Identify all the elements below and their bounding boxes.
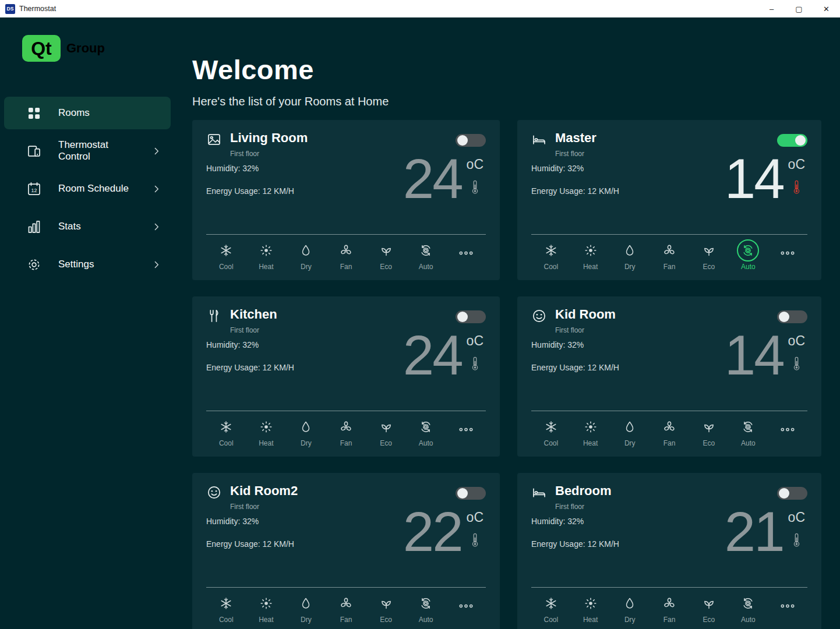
more-options-button[interactable] <box>446 416 486 438</box>
mode-cool-button[interactable]: Cool <box>531 239 571 271</box>
humidity-label: Humidity: 32% <box>206 517 335 526</box>
face-icon <box>531 308 547 324</box>
room-card: Kitchen First floor Humidity: 32% Energy… <box>192 296 500 457</box>
mode-eco-button[interactable]: Eco <box>689 592 729 624</box>
mode-fan-button[interactable]: Fan <box>650 416 689 447</box>
mode-fan-button[interactable]: Fan <box>650 239 689 271</box>
mode-heat-button[interactable]: Heat <box>246 239 287 271</box>
room-floor: First floor <box>230 326 277 334</box>
room-floor: First floor <box>555 326 616 334</box>
heat-icon <box>580 239 602 262</box>
power-toggle[interactable] <box>777 487 807 500</box>
mode-controls: Cool Heat Dry Fan Eco Auto <box>206 411 486 447</box>
mode-eco-button[interactable]: Eco <box>366 592 406 624</box>
close-button[interactable]: ✕ <box>813 0 840 17</box>
mode-dry-button[interactable]: Dry <box>610 592 650 624</box>
more-options-button[interactable] <box>768 239 807 262</box>
app-icon: DS <box>5 4 15 14</box>
auto-icon <box>415 592 437 614</box>
more-options-button[interactable] <box>768 416 807 438</box>
cool-icon <box>540 416 562 438</box>
mode-dry-button[interactable]: Dry <box>286 592 326 624</box>
mode-cool-button[interactable]: Cool <box>206 239 246 271</box>
mode-eco-button[interactable]: Eco <box>689 416 729 447</box>
mode-controls: Cool Heat Dry Fan Eco Auto <box>206 234 486 271</box>
heat-icon <box>255 239 277 262</box>
mode-cool-button[interactable]: Cool <box>531 592 571 624</box>
mode-fan-button[interactable]: Fan <box>326 416 366 447</box>
toggle-knob <box>457 312 468 322</box>
fan-icon <box>335 416 357 438</box>
sidebar-item-rooms[interactable]: Rooms <box>4 97 171 129</box>
power-toggle[interactable] <box>456 134 486 147</box>
room-name: Kid Room <box>555 307 616 322</box>
more-dots-icon <box>777 239 799 262</box>
power-toggle[interactable] <box>456 487 486 500</box>
heat-icon <box>580 592 602 614</box>
room-name: Living Room <box>230 130 308 146</box>
dry-icon <box>619 592 641 614</box>
eco-icon <box>375 416 397 438</box>
mode-cool-button[interactable]: Cool <box>206 416 246 447</box>
mode-heat-button[interactable]: Heat <box>571 416 610 447</box>
temperature-unit: oC <box>788 333 805 349</box>
page-subtitle: Here's the list of your Rooms at Home <box>192 95 840 108</box>
power-toggle[interactable] <box>777 310 807 323</box>
more-options-button[interactable] <box>446 592 486 614</box>
mode-eco-button[interactable]: Eco <box>366 239 406 271</box>
mode-auto-button[interactable]: Auto <box>729 239 768 271</box>
room-name: Kid Room2 <box>230 483 298 499</box>
mode-fan-button[interactable]: Fan <box>650 592 689 624</box>
humidity-label: Humidity: 32% <box>531 517 658 526</box>
auto-icon <box>737 416 759 438</box>
mode-auto-button[interactable]: Auto <box>406 239 446 271</box>
minimize-button[interactable]: – <box>758 0 785 17</box>
temperature-value: 24 <box>403 326 462 385</box>
mode-controls: Cool Heat Dry Fan Eco Auto <box>531 411 807 447</box>
humidity-label: Humidity: 32% <box>531 340 658 349</box>
mode-dry-button[interactable]: Dry <box>286 239 326 271</box>
fan-icon <box>658 239 680 262</box>
mode-auto-button[interactable]: Auto <box>729 416 768 447</box>
thermometer-icon <box>793 532 800 548</box>
energy-label: Energy Usage: 12 KM/H <box>206 186 335 196</box>
more-options-button[interactable] <box>768 592 807 614</box>
power-toggle[interactable] <box>456 310 486 323</box>
fan-icon <box>335 239 357 262</box>
mode-dry-button[interactable]: Dry <box>286 416 326 447</box>
toggle-knob <box>795 135 806 146</box>
room-floor: First floor <box>555 150 597 158</box>
mode-auto-button[interactable]: Auto <box>406 416 446 447</box>
mode-auto-button[interactable]: Auto <box>406 592 446 624</box>
sidebar-item-thermostat-control[interactable]: Thermostat Control <box>4 135 171 167</box>
sidebar-item-label: Room Schedule <box>58 183 135 195</box>
power-toggle[interactable] <box>777 134 807 147</box>
temperature-unit: oC <box>467 510 483 525</box>
more-options-button[interactable] <box>446 239 486 262</box>
page-title: Welcome <box>192 54 840 86</box>
mode-eco-button[interactable]: Eco <box>689 239 729 271</box>
maximize-button[interactable]: ▢ <box>785 0 813 17</box>
mode-heat-button[interactable]: Heat <box>571 239 610 271</box>
temperature-value: 24 <box>403 150 462 209</box>
temperature-value: 21 <box>725 503 783 561</box>
mode-eco-button[interactable]: Eco <box>366 416 406 447</box>
mode-fan-button[interactable]: Fan <box>326 592 366 624</box>
sidebar-item-stats[interactable]: Stats <box>4 210 171 243</box>
mode-controls: Cool Heat Dry Fan Eco Auto <box>206 587 486 624</box>
energy-label: Energy Usage: 12 KM/H <box>531 363 658 372</box>
mode-heat-button[interactable]: Heat <box>246 592 287 624</box>
mode-dry-button[interactable]: Dry <box>610 239 650 271</box>
mode-heat-button[interactable]: Heat <box>246 416 287 447</box>
sidebar-item-label: Rooms <box>58 107 161 119</box>
fan-icon <box>335 592 357 614</box>
mode-cool-button[interactable]: Cool <box>206 592 246 624</box>
mode-fan-button[interactable]: Fan <box>326 239 366 271</box>
sidebar-item-settings[interactable]: Settings <box>4 248 171 281</box>
mode-cool-button[interactable]: Cool <box>531 416 571 447</box>
sidebar-item-room-schedule[interactable]: Room Schedule <box>4 172 171 205</box>
mode-auto-button[interactable]: Auto <box>729 592 768 624</box>
temperature-value: 14 <box>725 326 783 385</box>
mode-dry-button[interactable]: Dry <box>610 416 650 447</box>
mode-heat-button[interactable]: Heat <box>571 592 610 624</box>
